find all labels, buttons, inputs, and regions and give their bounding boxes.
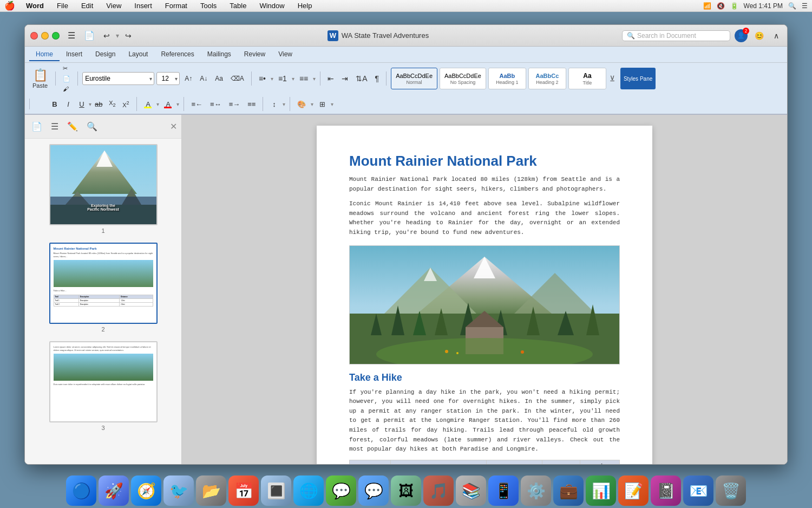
justify-button[interactable]: ≡≡: [245, 99, 258, 109]
italic-button[interactable]: I: [62, 99, 75, 109]
menu-format[interactable]: Format: [163, 2, 189, 10]
dock-launchpad[interactable]: 🚀: [99, 476, 129, 506]
font-family-combo[interactable]: Eurostile ▾: [82, 72, 154, 85]
dock-messages[interactable]: 💬: [358, 476, 389, 506]
change-case-button[interactable]: Aa: [212, 74, 226, 83]
tab-mailings[interactable]: Mailings: [201, 48, 238, 61]
list-icon[interactable]: ☰: [802, 2, 808, 10]
apple-menu[interactable]: 🍎: [4, 1, 15, 11]
dock-photos[interactable]: 🖼: [391, 476, 421, 506]
show-formatting-button[interactable]: ¶: [372, 73, 382, 84]
subscript-button[interactable]: X2: [106, 99, 119, 109]
bullets-button[interactable]: ≡•: [256, 73, 269, 84]
tab-home[interactable]: Home: [29, 48, 60, 61]
menu-file[interactable]: File: [55, 2, 70, 10]
dock-appstore[interactable]: 📱: [488, 476, 519, 506]
text-highlight-button[interactable]: A: [141, 99, 154, 109]
align-right-button[interactable]: ≡→: [226, 99, 243, 109]
tab-references[interactable]: References: [154, 48, 200, 61]
font-size-input[interactable]: 12: [157, 75, 173, 82]
decrease-indent-button[interactable]: ⇤: [325, 73, 337, 84]
dock-calendar[interactable]: 📅: [228, 476, 259, 506]
dock-twitter[interactable]: 🐦: [163, 476, 194, 506]
thumbnail-page2[interactable]: Mount Rainier National Park Mount Rainie…: [30, 243, 176, 333]
paste-button[interactable]: 📋 Paste: [29, 67, 51, 90]
dock-powerpoint[interactable]: 📝: [618, 476, 649, 506]
collapse-button[interactable]: ∧: [771, 30, 782, 41]
menu-view[interactable]: View: [104, 2, 123, 10]
tab-review[interactable]: Review: [238, 48, 272, 61]
thumbnail-page3[interactable]: Lorem ipsum dolor sit amet, consectetur …: [30, 341, 176, 431]
dock-books[interactable]: 📚: [456, 476, 486, 506]
styles-pane-button[interactable]: Styles Pane: [620, 68, 656, 89]
dock-prefs[interactable]: ⚙️: [521, 476, 551, 506]
find-view-button[interactable]: 🔍: [84, 119, 100, 134]
font-family-arrow[interactable]: ▾: [148, 76, 154, 82]
align-left-button[interactable]: ≡←: [188, 99, 205, 109]
decrease-font-button[interactable]: A↓: [197, 74, 210, 83]
minimize-button[interactable]: [41, 32, 49, 40]
menu-insert[interactable]: Insert: [132, 2, 154, 10]
dock-finder[interactable]: 🔵: [66, 476, 96, 506]
dock-onenote[interactable]: 📓: [651, 476, 681, 506]
outline-view-button[interactable]: ☰: [49, 119, 61, 134]
style-heading1[interactable]: AaBb Heading 1: [488, 68, 526, 89]
menu-word[interactable]: Word: [24, 2, 46, 10]
underline-button[interactable]: U: [75, 99, 88, 109]
copy-button[interactable]: 📄: [60, 74, 73, 83]
strikethrough-button[interactable]: ab: [92, 99, 105, 109]
dock-itunes[interactable]: 🎵: [423, 476, 454, 506]
redo-button[interactable]: ↪: [122, 30, 134, 41]
font-family-input[interactable]: Eurostile: [83, 75, 148, 82]
borders-button[interactable]: ⊞: [316, 99, 329, 109]
maximize-button[interactable]: [52, 32, 60, 40]
font-size-combo[interactable]: 12 ▾: [156, 72, 180, 85]
align-center-button[interactable]: ≡↔: [207, 99, 224, 109]
font-color-button[interactable]: A: [161, 99, 174, 109]
dock-excel[interactable]: 📊: [586, 476, 616, 506]
multilevel-list-button[interactable]: ≡≡: [297, 73, 311, 84]
undo-button[interactable]: ↩: [101, 30, 113, 41]
user-avatar[interactable]: 👤 2: [735, 29, 748, 42]
close-button[interactable]: [30, 32, 38, 40]
edit-view-button[interactable]: ✏️: [65, 119, 80, 134]
document-view-button[interactable]: 📄: [81, 29, 97, 42]
menu-window[interactable]: Window: [257, 2, 286, 10]
sort-button[interactable]: ⇅A: [353, 73, 370, 84]
thumbnails-view-button[interactable]: 📄: [29, 119, 44, 134]
dock-launchpad2[interactable]: 🔳: [261, 476, 291, 506]
smiley-button[interactable]: 😊: [752, 30, 767, 41]
style-normal[interactable]: AaBbCcDdEe Normal: [391, 68, 437, 89]
menu-help[interactable]: Help: [296, 2, 315, 10]
style-heading2[interactable]: AaBbCc Heading 2: [528, 68, 566, 89]
dock-trash[interactable]: 🗑️: [716, 476, 746, 506]
tab-view[interactable]: View: [272, 48, 299, 61]
dock-safari[interactable]: 🧭: [131, 476, 161, 506]
tab-insert[interactable]: Insert: [60, 48, 89, 61]
document-main[interactable]: Mount Rainier National Park Mount Rainie…: [182, 115, 787, 465]
dock-contacts[interactable]: 📂: [196, 476, 226, 506]
increase-font-button[interactable]: A↑: [182, 74, 195, 83]
clear-formatting-button[interactable]: ⌫A: [228, 74, 247, 83]
expand-styles-button[interactable]: ⊻: [608, 73, 616, 84]
numbering-button[interactable]: ≡1: [276, 73, 290, 84]
dock-facetime[interactable]: 💬: [326, 476, 356, 506]
search-system-icon[interactable]: 🔍: [788, 2, 796, 10]
menu-edit[interactable]: Edit: [79, 2, 95, 10]
search-box[interactable]: 🔍 Search in Document: [622, 30, 730, 41]
dock-outlook[interactable]: 📧: [683, 476, 713, 506]
dock-browser[interactable]: 🌐: [293, 476, 324, 506]
style-title[interactable]: Aa Title: [568, 68, 606, 89]
tab-layout[interactable]: Layout: [122, 48, 154, 61]
format-painter-button[interactable]: 🖌: [60, 84, 73, 93]
close-panel-button[interactable]: ✕: [170, 121, 177, 132]
dock-word[interactable]: 💼: [553, 476, 584, 506]
tab-design[interactable]: Design: [89, 48, 122, 61]
menu-tools[interactable]: Tools: [198, 2, 219, 10]
shading-button[interactable]: 🎨: [294, 99, 309, 109]
increase-indent-button[interactable]: ⇥: [339, 73, 351, 84]
font-size-arrow[interactable]: ▾: [173, 76, 179, 82]
superscript-button[interactable]: X2: [119, 99, 132, 109]
cut-button[interactable]: ✂: [60, 64, 73, 73]
line-spacing-button[interactable]: ↕: [267, 99, 280, 109]
